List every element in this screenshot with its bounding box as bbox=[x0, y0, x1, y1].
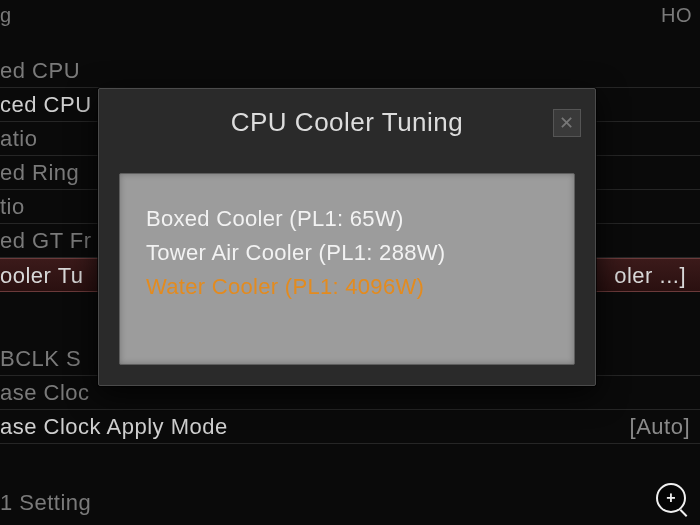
zoom-in-icon[interactable]: + bbox=[656, 483, 686, 513]
row-label: ced CPU bbox=[0, 88, 92, 121]
dialog-titlebar: CPU Cooler Tuning ✕ bbox=[99, 89, 595, 155]
row-label: 1 Setting bbox=[0, 486, 91, 520]
cpu-cooler-tuning-dialog: CPU Cooler Tuning ✕ Boxed Cooler (PL1: 6… bbox=[98, 88, 596, 386]
close-icon: ✕ bbox=[559, 112, 575, 134]
settings-row[interactable]: ed CPU bbox=[0, 54, 700, 88]
settings-rows-group-3: 1 SettingMC : DRAM ClockGear1[Auto] bbox=[0, 486, 700, 525]
settings-row[interactable]: ase Clock Apply Mode[Auto] bbox=[0, 410, 700, 444]
cooler-option[interactable]: Tower Air Cooler (PL1: 288W) bbox=[146, 236, 548, 270]
dialog-title: CPU Cooler Tuning bbox=[231, 107, 464, 138]
row-value-2: [Auto] bbox=[630, 520, 690, 525]
row-value: oler ...] bbox=[614, 259, 690, 291]
topbar: g HO bbox=[0, 0, 700, 34]
settings-row[interactable]: MC : DRAM ClockGear1[Auto] bbox=[0, 520, 700, 525]
row-label: MC : DRAM Clock bbox=[0, 520, 186, 525]
cooler-option[interactable]: Boxed Cooler (PL1: 65W) bbox=[146, 202, 548, 236]
row-label: ooler Tu bbox=[0, 259, 84, 291]
topbar-left: g bbox=[0, 4, 12, 34]
row-label: ed GT Fr bbox=[0, 224, 92, 257]
close-button[interactable]: ✕ bbox=[553, 109, 581, 137]
row-value: [Auto] bbox=[630, 410, 690, 443]
topbar-right: HO bbox=[661, 4, 692, 34]
row-label: ed Ring bbox=[0, 156, 79, 189]
row-label: atio bbox=[0, 122, 37, 155]
row-label: BCLK S bbox=[0, 342, 81, 375]
row-label: tio bbox=[0, 190, 25, 223]
row-value-1: Gear1 bbox=[260, 520, 324, 525]
cooler-option[interactable]: Water Cooler (PL1: 4096W) bbox=[146, 270, 548, 304]
row-label: ase Cloc bbox=[0, 376, 90, 409]
options-panel: Boxed Cooler (PL1: 65W)Tower Air Cooler … bbox=[119, 173, 575, 365]
row-label: ase Clock Apply Mode bbox=[0, 410, 228, 443]
settings-row[interactable]: 1 Setting bbox=[0, 486, 700, 520]
row-label: ed CPU bbox=[0, 54, 80, 87]
